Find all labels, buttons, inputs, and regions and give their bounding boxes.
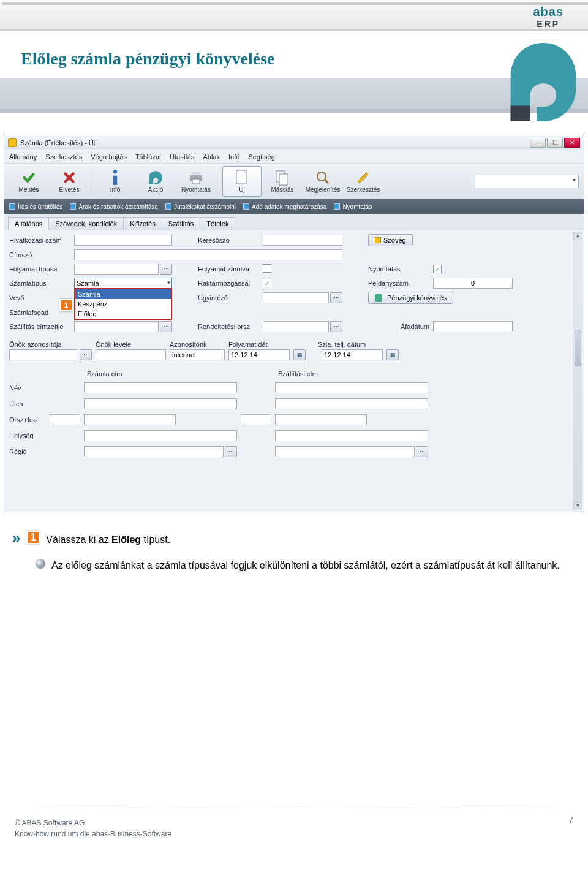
minimize-button[interactable]: — [530,138,546,148]
inp-afadatum[interactable] [433,321,513,332]
chk-nyomtatas[interactable]: ✓ [433,265,442,273]
lbl-folyamattipusa: Folyamat típusa [9,265,70,273]
lbl-rendorsz: Rendeltetési orsz [198,323,259,330]
inp-szlatelj[interactable]: 12.12.14 [322,349,383,360]
inp-folyamatdat[interactable]: 12.12.14 [228,349,290,360]
tab-tetelek[interactable]: Tételek [200,217,235,230]
inp-szamla-regio[interactable] [84,446,224,457]
x-icon [61,169,78,186]
scrollbar[interactable]: ▲▼ [573,232,582,510]
brand-mark-icon [510,43,577,121]
inp-szall-nev[interactable] [275,382,428,393]
sc-ado[interactable]: Adó adatok meghatározása [243,203,326,210]
tb-akcio[interactable]: Akció [136,166,175,197]
tb-masolas[interactable]: Másolás [263,166,302,197]
inp-szamla-irsz[interactable] [84,414,176,425]
tb-szerkesztes[interactable]: Szerkesztés [344,166,383,197]
svg-rect-5 [192,179,200,184]
lbl-nyomtatas: Nyomtatás [368,265,429,273]
lookup-icon[interactable]: ⋯ [225,446,237,457]
lookup-icon[interactable]: ⋯ [330,321,342,332]
tb-mentes[interactable]: Mentés [9,166,48,197]
inp-peldanyszam[interactable]: 0 [433,278,513,289]
lookup-icon[interactable]: ⋯ [416,446,428,457]
tb-uj[interactable]: Új [222,166,262,197]
lookup-icon[interactable]: ⋯ [330,292,342,303]
brand-name: abas [533,5,564,19]
form-panel: ▲▼ Hivatkozási szám Keresőszó Szöveg Cím… [4,230,584,512]
app-window: Számla (Értékesítés) - Új — ☐ ✕ Állomány… [4,135,584,512]
tb-info[interactable]: Infó [96,166,135,197]
lookup-icon[interactable]: ⋯ [160,321,172,332]
tab-altalanos[interactable]: Altalános [8,217,49,230]
window-titlebar[interactable]: Számla (Értékesítés) - Új — ☐ ✕ [4,135,584,150]
tab-szovegek[interactable]: Szövegek, kondíciók [48,217,124,230]
menu-ablak[interactable]: Ablak [203,153,220,161]
tb-nyomtatas[interactable]: Nyomtatás [176,166,216,197]
magnifier-icon [314,169,331,186]
menu-vegrehajtas[interactable]: Végrehajtás [91,153,127,161]
inp-szall-orsz[interactable] [241,414,271,425]
inp-szall-regio[interactable] [275,446,415,457]
lbl-onoklevele: Önök levele [96,341,166,348]
menu-segitseg[interactable]: Segítség [248,153,274,161]
dd-szamlatipus[interactable]: Számla▾ 1 Számla Készpénz Előleg [74,278,172,289]
menu-tablazat[interactable]: Táblázat [135,153,161,161]
inp-szamla-utca[interactable] [84,398,237,409]
btn-szoveg[interactable]: Szöveg [368,234,413,246]
inp-keresoszo[interactable] [263,235,342,246]
inp-cimszo[interactable] [74,249,342,260]
svg-rect-0 [511,105,530,121]
lookup-icon[interactable]: ⋯ [80,349,92,360]
lbl-peldanyszam: Példányszám [368,279,429,287]
inp-szall-helyseg[interactable] [275,430,428,441]
menu-info[interactable]: Infó [228,153,239,161]
chk-folyamatzarolva[interactable] [263,264,271,273]
banner-mid: Előleg számla pénzügyi könyvelése [0,31,588,129]
inp-szamla-helyseg[interactable] [84,430,237,441]
calendar-icon[interactable]: ▦ [386,349,399,360]
inp-szamla-nev[interactable] [84,382,237,393]
brand-logo: abas ERP [533,5,564,29]
maximize-button[interactable]: ☐ [547,138,563,148]
action-icon [147,169,164,186]
inp-rendorsz[interactable] [263,321,329,332]
tb-megjelenites[interactable]: Megjelenítés [303,166,342,197]
lbl-azonositonk: Azonosítónk [170,341,225,348]
inp-ugyintezo[interactable] [263,292,329,303]
sc-jutalek[interactable]: Jutalékokat átszámolni [165,203,236,210]
banner-top: abas ERP [0,0,588,31]
inp-szall-utca[interactable] [275,398,428,409]
inp-szamla-orsz[interactable] [50,414,80,425]
menu-bar: Állomány Szerkesztés Végrehajtás Tábláza… [4,150,584,164]
info-icon [107,169,124,186]
step-number: 1 [26,531,40,544]
inp-szallcimzett[interactable] [74,321,159,332]
lookup-icon[interactable]: ⋯ [160,264,172,275]
chk-raktarmozgassal[interactable]: ✓ [263,279,271,287]
inp-onoklevele[interactable] [96,349,166,360]
inp-szall-irsz[interactable] [275,414,367,425]
inp-azonositonk[interactable]: interjnet [170,349,225,360]
square-icon [375,237,381,243]
inp-folyamattipusa[interactable] [74,264,159,275]
menu-utasitas[interactable]: Utasítás [170,153,194,161]
close-button[interactable]: ✕ [564,138,580,148]
inp-onokazon[interactable] [9,349,78,360]
tab-kifizetes[interactable]: Kifizetés [123,217,162,230]
opt-eloleg[interactable]: Előleg [75,309,171,319]
inp-hivatkozasi[interactable] [74,235,172,246]
opt-szamla[interactable]: Számla [75,289,171,299]
tab-szallitas[interactable]: Szállítás [162,217,201,230]
sc-arak[interactable]: Árak és rabattok átszámítása [70,203,158,210]
tb-elvetes[interactable]: Elvetés [50,166,89,197]
hdr-szallcim: Szállítási cím [275,370,428,377]
menu-szerkesztes[interactable]: Szerkesztés [45,153,82,161]
sc-iras[interactable]: Írás és újratöltés [9,203,62,210]
opt-keszpenz[interactable]: Készpénz [75,299,171,309]
sc-nyomtatas[interactable]: Nyomtatás [334,203,372,210]
btn-penzugyi[interactable]: Pénzügyi könyvelés [368,292,453,304]
calendar-icon[interactable]: ▦ [293,349,306,360]
menu-allomany[interactable]: Állomány [9,153,37,161]
toolbar-dropdown[interactable] [475,175,579,188]
